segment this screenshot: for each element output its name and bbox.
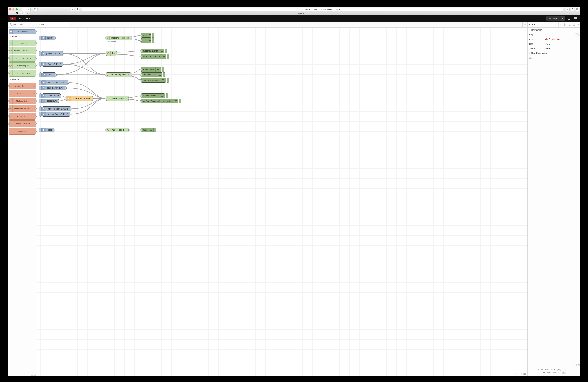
palette-node-meteor-call[interactable]: meteor ddp call [9, 62, 36, 69]
node-inject-rem-adam[interactable]: remove:{"name":"Adam"} [42, 107, 71, 111]
inject-button[interactable] [39, 80, 42, 85]
palette-node-modbus-flex-write[interactable]: Modbus Flex Write✳ [9, 120, 36, 127]
desc-section-header[interactable]: ▾Flow Description [527, 51, 580, 56]
inject-button[interactable] [39, 36, 42, 40]
palette-node-meteor-subscribe[interactable]: meteor ddp subscribe [9, 47, 36, 54]
pinned-tab-apple[interactable] [8, 11, 14, 15]
node-debug-exec[interactable]: method executed [141, 94, 165, 98]
node-debug-effect[interactable]: method effect on data completed [141, 99, 178, 103]
sidebar-tab-branch[interactable] [563, 22, 567, 27]
node-debug-sub-events[interactable]: subscribe events [141, 49, 164, 53]
palette-node-meteor-connect[interactable]: meteor ddp connect [9, 40, 36, 46]
zoom-window-button[interactable] [16, 8, 18, 10]
share-button[interactable] [570, 8, 574, 11]
shield-button[interactable] [76, 8, 79, 11]
node-inject-false[interactable]: false [42, 73, 56, 77]
node-inject-add-eve[interactable]: add:{"name":"Eve"} [42, 86, 66, 90]
debug-toggle[interactable] [179, 99, 181, 103]
node-meteor-connect[interactable]: meteor-ddp-connect [106, 36, 131, 40]
node-debug-ddp1[interactable]: ddp1 [141, 33, 151, 38]
sidebar-tab-dashboard[interactable] [571, 22, 576, 27]
reader-button[interactable]: a [70, 8, 74, 11]
minimize-window-button[interactable] [12, 8, 14, 10]
zoom-reset-button[interactable]: ○ [516, 373, 519, 375]
node-inject-2[interactable]: inject [42, 128, 54, 132]
url-bar[interactable]: 127.0.0.1:1880/admin/#flow/ebdf300b.cfe4… [82, 8, 563, 11]
palette-collapse-down-button[interactable]: ⌄ [34, 373, 36, 376]
debug-toggle[interactable] [167, 54, 169, 59]
node-debug-changed[interactable]: Changed in list [141, 73, 162, 77]
tabs-button[interactable] [575, 8, 579, 11]
node-debug-removed[interactable]: Removed from list [141, 78, 166, 82]
inject-button[interactable] [39, 62, 42, 67]
zoom-out-button[interactable]: − [513, 373, 516, 375]
palette-collapse-up-button[interactable]: ⌃ [31, 373, 33, 376]
node-inject-upd-eve[interactable]: update:Eve [42, 99, 59, 103]
node-close[interactable]: meteor-ddp-close [106, 128, 129, 132]
node-debug-close[interactable]: close [141, 128, 153, 132]
info-section-header[interactable]: ▾Information [527, 27, 580, 32]
node-debug-ddp2[interactable]: ddp2 [141, 38, 151, 43]
back-button[interactable]: ‹ [22, 8, 26, 11]
palette-category-modbus[interactable]: ▾modbus [9, 77, 36, 82]
node-inject-1[interactable]: inject ¹ [42, 36, 55, 40]
inject-button[interactable] [39, 73, 42, 77]
user-button[interactable] [567, 16, 571, 21]
flow-tab[interactable]: Flow 1 [37, 22, 69, 27]
palette-node-modbus-flex-getter[interactable]: ✳Modbus Flex Getter [9, 105, 36, 112]
palette-node-modbus-server[interactable]: Modbus Server✳ [9, 128, 36, 135]
debug-toggle[interactable] [166, 94, 168, 98]
main-menu-button[interactable] [573, 16, 578, 21]
inject-button[interactable] [39, 99, 42, 103]
sidebar-tab-info[interactable]: iinfo [527, 22, 541, 27]
inject-button[interactable] [39, 94, 42, 98]
hint-prev-button[interactable]: ⇠ [574, 364, 577, 366]
hint-close-button[interactable]: ✕ [577, 364, 580, 366]
node-observe[interactable]: meteor-ddp-observe [106, 73, 131, 77]
add-flow-button[interactable]: ＋ [522, 22, 527, 27]
pinned-tab-amazon[interactable]: a [14, 11, 20, 15]
debug-toggle[interactable] [163, 73, 165, 77]
debug-toggle[interactable] [167, 78, 169, 82]
reload-icon[interactable]: ⟳ [561, 8, 562, 10]
debug-toggle[interactable] [152, 33, 154, 38]
palette-search[interactable]: 🔍 [8, 22, 37, 27]
node-inject-upd-adam[interactable]: update:Adam [42, 94, 61, 98]
node-inject-rem-eve[interactable]: remove:{"name":"Eve"} [42, 112, 70, 116]
close-window-button[interactable] [9, 8, 11, 10]
deploy-menu-button[interactable]: ▾ [561, 17, 565, 21]
sidebar-tab-debug[interactable] [567, 22, 571, 27]
close-tab-button[interactable]: ✕ [26, 11, 30, 15]
debug-toggle[interactable] [162, 67, 164, 72]
node-call[interactable]: meteor-ddp-call [106, 96, 129, 101]
node-debug-added[interactable]: Added to list [141, 67, 161, 72]
inject-button[interactable] [39, 128, 42, 132]
node-inject-add-adam[interactable]: add:{"name":"Adam"} [42, 80, 68, 85]
downloads-button[interactable] [566, 8, 569, 11]
sidebar-toggle-button[interactable] [33, 8, 38, 11]
palette-node-modbus-read[interactable]: Modbus Read✳ [9, 90, 36, 97]
forward-button[interactable]: › [26, 8, 31, 11]
palette-node-rpi-keyboard[interactable]: rpi keyboard [9, 29, 36, 34]
deploy-button[interactable]: Deploy [546, 17, 561, 21]
node-list[interactable]: list [106, 51, 117, 56]
debug-toggle[interactable] [165, 49, 167, 53]
canvas[interactable]: inject ¹ meteor-ddp-connect Connected dd… [37, 27, 527, 376]
inject-button[interactable] [39, 112, 42, 116]
node-function-criteria[interactable]: fCriteria and Modifier [66, 96, 93, 101]
palette-node-modbus-response[interactable]: Modbus Response✳ [9, 83, 36, 89]
zoom-in-button[interactable]: ＋ [520, 373, 523, 375]
palette-node-modbus-write[interactable]: Modbus Write✳ [9, 113, 36, 120]
inject-button[interactable] [39, 86, 42, 90]
inject-button[interactable] [39, 107, 42, 111]
node-inject-adam[interactable]: {"name":"Adam"} [42, 51, 63, 56]
palette-category-meteor[interactable]: ▾meteor [9, 35, 36, 39]
project-more-button[interactable]: ⋯ [575, 33, 579, 36]
debug-toggle[interactable] [153, 128, 156, 132]
palette-node-meteor-observe[interactable]: meteor ddp observe [9, 55, 36, 61]
sidebar-tab-info-icon[interactable]: i [558, 22, 563, 27]
navigator-button[interactable]: ▦ [523, 373, 526, 375]
palette-list[interactable]: rpi keyboard ▾meteor meteor ddp connect … [8, 27, 37, 373]
inject-button[interactable] [39, 51, 42, 56]
node-inject-eve[interactable]: {"name":"Eve"} [42, 62, 63, 67]
